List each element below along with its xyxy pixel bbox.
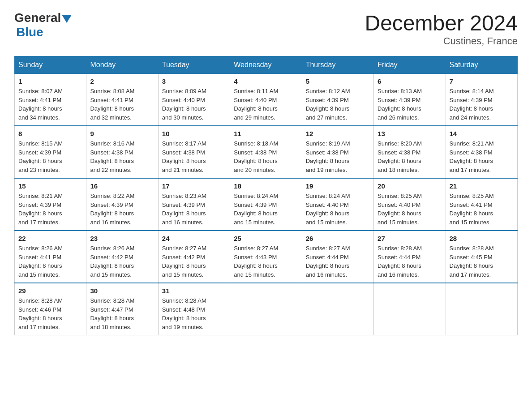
- day-info: Sunrise: 8:28 AM Sunset: 4:47 PM Dayligh…: [90, 296, 154, 331]
- day-info: Sunrise: 8:07 AM Sunset: 4:41 PM Dayligh…: [18, 87, 82, 122]
- day-number: 25: [234, 235, 298, 242]
- day-number: 21: [450, 182, 514, 190]
- logo: General Blue: [14, 11, 72, 39]
- col-header-thursday: Thursday: [302, 56, 373, 74]
- col-header-wednesday: Wednesday: [230, 56, 302, 74]
- calendar-cell: 19Sunrise: 8:24 AM Sunset: 4:40 PM Dayli…: [302, 178, 373, 231]
- calendar-cell: 12Sunrise: 8:19 AM Sunset: 4:38 PM Dayli…: [302, 126, 373, 178]
- calendar-week-row: 1Sunrise: 8:07 AM Sunset: 4:41 PM Daylig…: [15, 74, 518, 126]
- calendar-cell: 6Sunrise: 8:13 AM Sunset: 4:39 PM Daylig…: [374, 74, 446, 126]
- day-number: 28: [450, 235, 514, 242]
- day-number: 5: [306, 77, 370, 85]
- col-header-friday: Friday: [374, 56, 446, 74]
- day-info: Sunrise: 8:22 AM Sunset: 4:39 PM Dayligh…: [90, 192, 154, 227]
- calendar-cell: [230, 283, 302, 335]
- day-info: Sunrise: 8:17 AM Sunset: 4:38 PM Dayligh…: [162, 139, 226, 174]
- calendar-cell: 29Sunrise: 8:28 AM Sunset: 4:46 PM Dayli…: [15, 283, 86, 335]
- day-info: Sunrise: 8:24 AM Sunset: 4:40 PM Dayligh…: [306, 192, 370, 227]
- calendar-cell: 13Sunrise: 8:20 AM Sunset: 4:38 PM Dayli…: [374, 126, 446, 178]
- day-info: Sunrise: 8:15 AM Sunset: 4:39 PM Dayligh…: [18, 139, 82, 174]
- day-number: 14: [450, 130, 514, 137]
- day-number: 18: [234, 182, 298, 190]
- day-number: 30: [90, 287, 154, 295]
- calendar-cell: 20Sunrise: 8:25 AM Sunset: 4:40 PM Dayli…: [374, 178, 446, 231]
- day-info: Sunrise: 8:23 AM Sunset: 4:39 PM Dayligh…: [162, 192, 226, 227]
- page-subtitle: Custines, France: [365, 35, 518, 47]
- day-info: Sunrise: 8:26 AM Sunset: 4:42 PM Dayligh…: [90, 244, 154, 279]
- calendar-cell: 11Sunrise: 8:18 AM Sunset: 4:38 PM Dayli…: [230, 126, 302, 178]
- day-info: Sunrise: 8:12 AM Sunset: 4:39 PM Dayligh…: [306, 87, 370, 122]
- day-number: 6: [378, 77, 442, 85]
- day-number: 23: [90, 235, 154, 242]
- calendar-cell: 18Sunrise: 8:24 AM Sunset: 4:39 PM Dayli…: [230, 178, 302, 231]
- calendar-cell: [446, 283, 517, 335]
- day-number: 19: [306, 182, 370, 190]
- col-header-saturday: Saturday: [446, 56, 517, 74]
- day-number: 22: [18, 235, 82, 242]
- calendar-cell: 25Sunrise: 8:27 AM Sunset: 4:43 PM Dayli…: [230, 231, 302, 283]
- day-info: Sunrise: 8:19 AM Sunset: 4:38 PM Dayligh…: [306, 139, 370, 174]
- day-info: Sunrise: 8:24 AM Sunset: 4:39 PM Dayligh…: [234, 192, 298, 227]
- calendar-cell: 22Sunrise: 8:26 AM Sunset: 4:41 PM Dayli…: [15, 231, 86, 283]
- day-number: 27: [378, 235, 442, 242]
- calendar-cell: 1Sunrise: 8:07 AM Sunset: 4:41 PM Daylig…: [15, 74, 86, 126]
- day-info: Sunrise: 8:28 AM Sunset: 4:46 PM Dayligh…: [18, 296, 82, 331]
- day-number: 13: [378, 130, 442, 137]
- calendar-cell: 5Sunrise: 8:12 AM Sunset: 4:39 PM Daylig…: [302, 74, 373, 126]
- calendar-header: SundayMondayTuesdayWednesdayThursdayFrid…: [15, 56, 518, 74]
- day-info: Sunrise: 8:28 AM Sunset: 4:48 PM Dayligh…: [162, 296, 226, 331]
- col-header-tuesday: Tuesday: [158, 56, 230, 74]
- calendar-cell: 30Sunrise: 8:28 AM Sunset: 4:47 PM Dayli…: [86, 283, 158, 335]
- day-info: Sunrise: 8:26 AM Sunset: 4:41 PM Dayligh…: [18, 244, 82, 279]
- calendar-week-row: 22Sunrise: 8:26 AM Sunset: 4:41 PM Dayli…: [15, 231, 518, 283]
- day-info: Sunrise: 8:21 AM Sunset: 4:38 PM Dayligh…: [450, 139, 514, 174]
- day-info: Sunrise: 8:09 AM Sunset: 4:40 PM Dayligh…: [162, 87, 226, 122]
- day-number: 12: [306, 130, 370, 137]
- calendar-cell: 15Sunrise: 8:21 AM Sunset: 4:39 PM Dayli…: [15, 178, 86, 231]
- day-number: 11: [234, 130, 298, 137]
- calendar-cell: 3Sunrise: 8:09 AM Sunset: 4:40 PM Daylig…: [158, 74, 230, 126]
- day-number: 31: [162, 287, 226, 295]
- calendar-cell: 21Sunrise: 8:25 AM Sunset: 4:41 PM Dayli…: [446, 178, 517, 231]
- day-info: Sunrise: 8:18 AM Sunset: 4:38 PM Dayligh…: [234, 139, 298, 174]
- day-number: 9: [90, 130, 154, 137]
- day-info: Sunrise: 8:08 AM Sunset: 4:41 PM Dayligh…: [90, 87, 154, 122]
- calendar-cell: [374, 283, 446, 335]
- calendar-cell: 10Sunrise: 8:17 AM Sunset: 4:38 PM Dayli…: [158, 126, 230, 178]
- calendar-cell: 9Sunrise: 8:16 AM Sunset: 4:38 PM Daylig…: [86, 126, 158, 178]
- day-number: 29: [18, 287, 82, 295]
- day-info: Sunrise: 8:20 AM Sunset: 4:38 PM Dayligh…: [378, 139, 442, 174]
- day-info: Sunrise: 8:27 AM Sunset: 4:42 PM Dayligh…: [162, 244, 226, 279]
- day-number: 8: [18, 130, 82, 137]
- calendar-cell: [302, 283, 373, 335]
- calendar-cell: 26Sunrise: 8:27 AM Sunset: 4:44 PM Dayli…: [302, 231, 373, 283]
- page-title: December 2024: [365, 11, 518, 35]
- logo-general-text: General: [14, 11, 61, 25]
- day-number: 7: [450, 77, 514, 85]
- calendar-cell: 14Sunrise: 8:21 AM Sunset: 4:38 PM Dayli…: [446, 126, 517, 178]
- day-number: 3: [162, 77, 226, 85]
- calendar-cell: 16Sunrise: 8:22 AM Sunset: 4:39 PM Dayli…: [86, 178, 158, 231]
- day-number: 10: [162, 130, 226, 137]
- calendar-week-row: 15Sunrise: 8:21 AM Sunset: 4:39 PM Dayli…: [15, 178, 518, 231]
- calendar-cell: 17Sunrise: 8:23 AM Sunset: 4:39 PM Dayli…: [158, 178, 230, 231]
- calendar-week-row: 8Sunrise: 8:15 AM Sunset: 4:39 PM Daylig…: [15, 126, 518, 178]
- day-info: Sunrise: 8:25 AM Sunset: 4:40 PM Dayligh…: [378, 192, 442, 227]
- calendar-cell: 28Sunrise: 8:28 AM Sunset: 4:45 PM Dayli…: [446, 231, 517, 283]
- day-info: Sunrise: 8:27 AM Sunset: 4:44 PM Dayligh…: [306, 244, 370, 279]
- calendar-table: SundayMondayTuesdayWednesdayThursdayFrid…: [14, 56, 518, 335]
- calendar-cell: 2Sunrise: 8:08 AM Sunset: 4:41 PM Daylig…: [86, 74, 158, 126]
- calendar-cell: 7Sunrise: 8:14 AM Sunset: 4:39 PM Daylig…: [446, 74, 517, 126]
- day-number: 2: [90, 77, 154, 85]
- calendar-cell: 24Sunrise: 8:27 AM Sunset: 4:42 PM Dayli…: [158, 231, 230, 283]
- day-number: 20: [378, 182, 442, 190]
- day-info: Sunrise: 8:11 AM Sunset: 4:40 PM Dayligh…: [234, 87, 298, 122]
- day-info: Sunrise: 8:28 AM Sunset: 4:44 PM Dayligh…: [378, 244, 442, 279]
- svg-marker-0: [62, 15, 72, 23]
- day-number: 15: [18, 182, 82, 190]
- calendar-week-row: 29Sunrise: 8:28 AM Sunset: 4:46 PM Dayli…: [15, 283, 518, 335]
- day-number: 4: [234, 77, 298, 85]
- day-info: Sunrise: 8:28 AM Sunset: 4:45 PM Dayligh…: [450, 244, 514, 279]
- page-header: General Blue December 2024 Custines, Fra…: [14, 11, 518, 47]
- col-header-monday: Monday: [86, 56, 158, 74]
